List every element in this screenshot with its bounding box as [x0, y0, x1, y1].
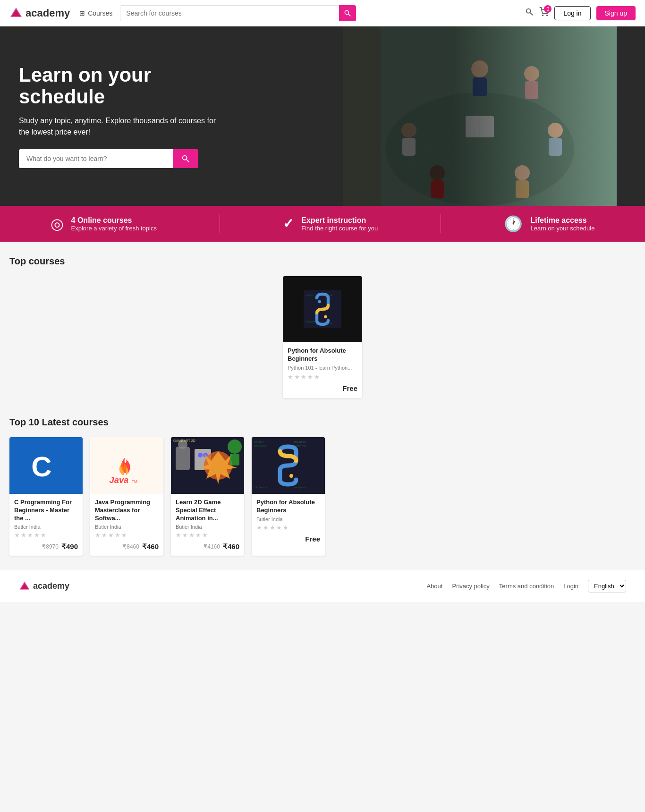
hero-search-form	[19, 149, 198, 168]
game-price-original: ₹4160	[204, 543, 220, 550]
latest-courses-section: Top 10 Latest courses C C Programming Fo…	[0, 412, 645, 570]
svg-text:fingerprint: fingerprint	[254, 444, 267, 447]
stat-expert-sub: Find the right course for you	[301, 225, 378, 232]
c-stars: ★ ★ ★ ★ ★	[14, 532, 78, 539]
navbar-search-input[interactable]	[120, 5, 356, 21]
hero-section: Learn on your schedule Study any topic, …	[0, 26, 645, 206]
game-card-body: Learn 2D Game Special Effect Animation i…	[171, 494, 244, 556]
hero-search-button[interactable]	[173, 149, 198, 168]
stat-divider-1	[220, 214, 220, 233]
game-price-row: ₹4160 ₹460	[176, 542, 239, 551]
hero-search-icon	[181, 154, 190, 163]
java-course-name: Java Programming Masterclass for Softwa.…	[95, 499, 159, 523]
svg-text:self.file=: self.file=	[254, 440, 265, 443]
top-course-price: Free	[342, 384, 357, 392]
latest-card-python[interactable]: self.file= fingerprint import os return …	[252, 437, 325, 556]
navbar-courses-menu[interactable]: ⊞ Courses	[79, 9, 112, 17]
search-icon	[344, 9, 351, 17]
star-2: ★	[294, 373, 300, 381]
svg-point-4	[526, 9, 531, 13]
svg-line-26	[187, 160, 189, 162]
top-course-name: Python for Absolute Beginners	[288, 347, 357, 363]
stats-bar: ◎ 4 Online courses Explore a variety of …	[0, 206, 645, 242]
svg-point-6	[543, 15, 543, 16]
svg-text:return: return	[326, 322, 332, 325]
star-4: ★	[276, 524, 282, 531]
star-4: ★	[115, 532, 120, 539]
footer-about-link[interactable]: About	[426, 583, 442, 590]
footer-links: About Privacy policy Terms and condition…	[426, 580, 626, 592]
stat-divider-2	[441, 214, 441, 233]
footer-privacy-link[interactable]: Privacy policy	[452, 583, 489, 590]
footer-logo: academy	[19, 581, 69, 592]
python-latest-price: Free	[305, 535, 320, 543]
footer-brand-name: academy	[33, 581, 69, 591]
star-4: ★	[34, 532, 40, 539]
footer-login-link[interactable]: Login	[563, 583, 578, 590]
search-icon-nav	[525, 8, 534, 16]
svg-line-3	[348, 14, 351, 16]
stat-expert-title: Expert instruction	[301, 216, 378, 225]
top-course-card-python[interactable]: self.file= fingerprint import return Pyt…	[283, 276, 362, 398]
star-3: ★	[189, 532, 195, 539]
footer-terms-link[interactable]: Terms and condition	[499, 583, 554, 590]
navbar-right-actions: 0 Log in Sign up	[525, 6, 636, 20]
top-course-desc: Python 101 - learn Python...	[288, 365, 357, 371]
game-stars: ★ ★ ★ ★ ★	[176, 532, 239, 539]
star-2: ★	[263, 524, 269, 531]
navbar-search-container	[120, 5, 356, 21]
python-latest-course-name: Python for Absolute Beginners	[256, 499, 320, 515]
svg-text:self.file=: self.file=	[306, 294, 314, 296]
game-thumb: GAME ART 2D	[171, 437, 244, 494]
latest-courses-title: Top 10 Latest courses	[9, 417, 636, 428]
star-3: ★	[27, 532, 33, 539]
star-5: ★	[202, 532, 208, 539]
stat-expert: ✓ Expert instruction Find the right cour…	[283, 216, 378, 232]
star-1: ★	[176, 532, 181, 539]
java-price-original: ₹8460	[123, 543, 139, 550]
svg-rect-40	[176, 447, 190, 470]
svg-point-58	[289, 474, 293, 478]
hero-title: Learn on your schedule	[19, 64, 217, 108]
navbar-logo[interactable]: academy	[9, 7, 70, 20]
python-thumb-latest: self.file= fingerprint import os return …	[252, 437, 325, 494]
latest-card-game[interactable]: GAME ART 2D Learn 2D Game Special Effect…	[171, 437, 244, 556]
python-latest-stars: ★ ★ ★ ★ ★	[256, 524, 320, 531]
footer-language-select[interactable]: English	[588, 580, 626, 592]
top-courses-grid: self.file= fingerprint import return Pyt…	[9, 276, 636, 398]
java-logo: Java TM	[103, 444, 151, 487]
svg-text:fingerprint: fingerprint	[306, 321, 316, 323]
navbar-cart-btn[interactable]: 0	[539, 7, 549, 19]
svg-point-43	[198, 453, 203, 457]
c-thumb: C	[9, 437, 83, 494]
game-price-current: ₹460	[223, 542, 239, 551]
svg-line-5	[530, 13, 533, 15]
star-5: ★	[283, 524, 289, 531]
target-icon: ◎	[51, 216, 64, 231]
star-1: ★	[288, 373, 293, 381]
navbar: academy ⊞ Courses 0 Log	[0, 0, 645, 26]
python-logo: self.file= fingerprint import return	[304, 290, 341, 328]
svg-text:ml.timeout: ml.timeout	[254, 486, 267, 489]
latest-card-java[interactable]: Java TM Java Programming Masterclass for…	[90, 437, 163, 556]
stat-online-courses: ◎ 4 Online courses Explore a variety of …	[51, 216, 157, 232]
svg-point-29	[324, 315, 327, 318]
c-price-row: ₹8970 ₹490	[14, 542, 78, 551]
navbar-search-button[interactable]	[339, 5, 356, 21]
java-price-current: ₹460	[142, 542, 159, 551]
signup-button[interactable]: Sign up	[596, 6, 636, 20]
svg-point-28	[318, 300, 321, 303]
svg-text:GAME ART 2D: GAME ART 2D	[173, 439, 195, 442]
navbar-search-icon-btn[interactable]	[525, 8, 534, 18]
svg-text:import: import	[326, 294, 333, 296]
hero-subtitle: Study any topic, anytime. Explore thousa…	[19, 115, 217, 138]
star-5: ★	[41, 532, 46, 539]
stat-online-sub: Explore a variety of fresh topics	[71, 225, 157, 232]
latest-card-c[interactable]: C C Programming For Beginners - Master t…	[9, 437, 83, 556]
c-price-current: ₹490	[61, 542, 78, 551]
login-button[interactable]: Log in	[554, 6, 590, 20]
hero-search-input[interactable]	[19, 149, 173, 168]
java-card-body: Java Programming Masterclass for Softwa.…	[90, 494, 163, 556]
star-2: ★	[182, 532, 188, 539]
game-logo: GAME ART 2D	[171, 437, 244, 494]
